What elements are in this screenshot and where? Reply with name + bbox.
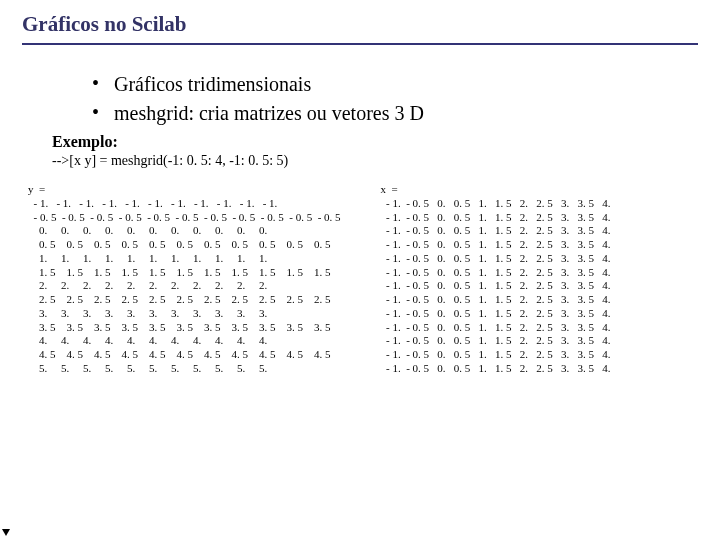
slide: Gráficos no Scilab Gráficos tridimension… [0,0,720,376]
x-label: x = [381,183,398,195]
bullet-item: Gráficos tridimensionais [92,73,698,96]
y-values: - 1. - 1. - 1. - 1. - 1. - 1. - 1. - 1. … [28,197,341,374]
slide-title: Gráficos no Scilab [22,12,698,41]
y-matrix: y = - 1. - 1. - 1. - 1. - 1. - 1. - 1. -… [28,183,341,376]
y-label: y = [28,183,45,195]
example-command: -->[x y] = meshgrid(-1: 0. 5: 4, -1: 0. … [52,153,698,169]
bullet-list: Gráficos tridimensionais meshgrid: cria … [52,73,698,125]
example-heading: Exemplo: [52,133,698,151]
matrix-area: y = - 1. - 1. - 1. - 1. - 1. - 1. - 1. -… [28,183,698,376]
x-matrix: x = - 1. - 0. 5 0. 0. 5 1. 1. 5 2. 2. 5 … [381,183,611,376]
x-values: - 1. - 0. 5 0. 0. 5 1. 1. 5 2. 2. 5 3. 3… [381,197,611,374]
bullet-item: meshgrid: cria matrizes ou vetores 3 D [92,102,698,125]
down-arrow-icon [0,210,10,540]
title-underline [22,43,698,45]
